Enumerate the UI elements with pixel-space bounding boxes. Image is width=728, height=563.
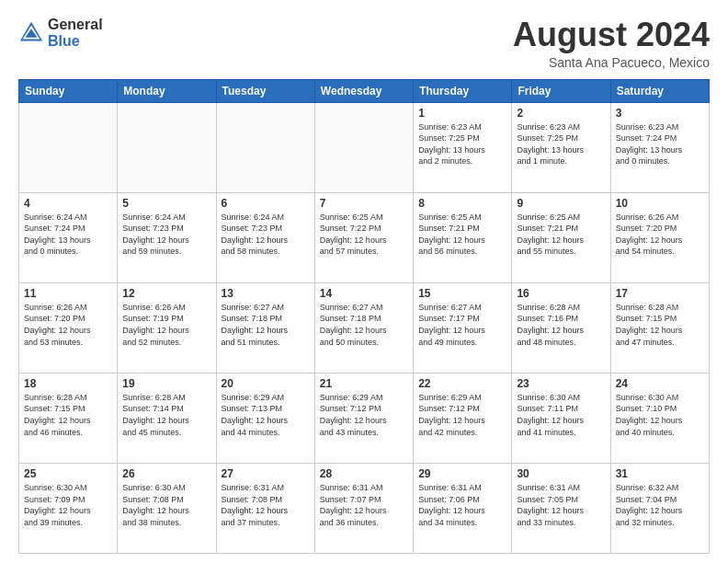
day-number: 20 bbox=[222, 377, 310, 390]
weekday-header-saturday: Saturday bbox=[610, 79, 709, 102]
calendar-cell: 14Sunrise: 6:27 AM Sunset: 7:18 PM Dayli… bbox=[314, 282, 413, 373]
calendar-cell: 18Sunrise: 6:28 AM Sunset: 7:15 PM Dayli… bbox=[19, 373, 118, 463]
day-info: Sunrise: 6:23 AM Sunset: 7:25 PM Dayligh… bbox=[418, 121, 506, 167]
logo-icon bbox=[18, 20, 44, 46]
day-info: Sunrise: 6:31 AM Sunset: 7:08 PM Dayligh… bbox=[222, 482, 310, 528]
day-info: Sunrise: 6:27 AM Sunset: 7:17 PM Dayligh… bbox=[418, 302, 506, 348]
calendar-cell: 26Sunrise: 6:30 AM Sunset: 7:08 PM Dayli… bbox=[118, 463, 216, 553]
day-number: 8 bbox=[418, 197, 506, 210]
day-info: Sunrise: 6:23 AM Sunset: 7:25 PM Dayligh… bbox=[517, 121, 605, 167]
day-info: Sunrise: 6:32 AM Sunset: 7:04 PM Dayligh… bbox=[616, 482, 704, 528]
calendar-cell: 25Sunrise: 6:30 AM Sunset: 7:09 PM Dayli… bbox=[19, 463, 118, 553]
day-number: 30 bbox=[517, 467, 605, 480]
day-number: 24 bbox=[616, 377, 704, 390]
calendar-cell: 17Sunrise: 6:28 AM Sunset: 7:15 PM Dayli… bbox=[610, 282, 709, 373]
day-number: 4 bbox=[24, 197, 112, 210]
day-info: Sunrise: 6:29 AM Sunset: 7:13 PM Dayligh… bbox=[222, 392, 310, 438]
calendar-cell: 3Sunrise: 6:23 AM Sunset: 7:24 PM Daylig… bbox=[610, 102, 709, 192]
calendar-cell: 11Sunrise: 6:26 AM Sunset: 7:20 PM Dayli… bbox=[19, 282, 118, 373]
day-number: 13 bbox=[222, 287, 310, 300]
day-number: 15 bbox=[418, 287, 506, 300]
calendar-cell: 21Sunrise: 6:29 AM Sunset: 7:12 PM Dayli… bbox=[314, 373, 413, 463]
day-number: 26 bbox=[122, 467, 210, 480]
calendar-cell: 29Sunrise: 6:31 AM Sunset: 7:06 PM Dayli… bbox=[414, 463, 512, 553]
day-number: 27 bbox=[222, 467, 310, 480]
logo-general-text: General bbox=[48, 17, 103, 33]
day-number: 3 bbox=[616, 107, 704, 120]
day-info: Sunrise: 6:28 AM Sunset: 7:16 PM Dayligh… bbox=[517, 302, 605, 348]
day-number: 14 bbox=[320, 287, 408, 300]
calendar-cell: 2Sunrise: 6:23 AM Sunset: 7:25 PM Daylig… bbox=[512, 102, 610, 192]
day-info: Sunrise: 6:28 AM Sunset: 7:15 PM Dayligh… bbox=[616, 302, 704, 348]
day-number: 7 bbox=[320, 197, 408, 210]
day-number: 18 bbox=[24, 377, 112, 390]
title-block: August 2024 Santa Ana Pacueco, Mexico bbox=[513, 17, 710, 70]
calendar-cell: 6Sunrise: 6:24 AM Sunset: 7:23 PM Daylig… bbox=[216, 192, 314, 282]
day-info: Sunrise: 6:28 AM Sunset: 7:14 PM Dayligh… bbox=[122, 392, 210, 438]
calendar-cell: 30Sunrise: 6:31 AM Sunset: 7:05 PM Dayli… bbox=[512, 463, 610, 553]
day-number: 25 bbox=[24, 467, 112, 480]
day-info: Sunrise: 6:25 AM Sunset: 7:22 PM Dayligh… bbox=[320, 212, 408, 258]
logo: General Blue bbox=[18, 17, 103, 49]
day-info: Sunrise: 6:28 AM Sunset: 7:15 PM Dayligh… bbox=[24, 392, 112, 438]
day-info: Sunrise: 6:31 AM Sunset: 7:05 PM Dayligh… bbox=[517, 482, 605, 528]
day-number: 16 bbox=[517, 287, 605, 300]
day-info: Sunrise: 6:27 AM Sunset: 7:18 PM Dayligh… bbox=[222, 302, 310, 348]
day-info: Sunrise: 6:30 AM Sunset: 7:10 PM Dayligh… bbox=[616, 392, 704, 438]
calendar-cell: 9Sunrise: 6:25 AM Sunset: 7:21 PM Daylig… bbox=[512, 192, 610, 282]
day-number: 2 bbox=[517, 107, 605, 120]
calendar-cell: 5Sunrise: 6:24 AM Sunset: 7:23 PM Daylig… bbox=[118, 192, 216, 282]
day-info: Sunrise: 6:24 AM Sunset: 7:23 PM Dayligh… bbox=[222, 212, 310, 258]
calendar-cell: 15Sunrise: 6:27 AM Sunset: 7:17 PM Dayli… bbox=[414, 282, 512, 373]
day-info: Sunrise: 6:29 AM Sunset: 7:12 PM Dayligh… bbox=[418, 392, 506, 438]
day-info: Sunrise: 6:26 AM Sunset: 7:20 PM Dayligh… bbox=[616, 212, 704, 258]
calendar-week-row: 18Sunrise: 6:28 AM Sunset: 7:15 PM Dayli… bbox=[19, 373, 710, 463]
day-info: Sunrise: 6:23 AM Sunset: 7:24 PM Dayligh… bbox=[616, 121, 704, 167]
weekday-header-friday: Friday bbox=[512, 79, 610, 102]
day-info: Sunrise: 6:25 AM Sunset: 7:21 PM Dayligh… bbox=[418, 212, 506, 258]
day-number: 19 bbox=[122, 377, 210, 390]
day-number: 22 bbox=[418, 377, 506, 390]
day-number: 28 bbox=[320, 467, 408, 480]
day-number: 17 bbox=[616, 287, 704, 300]
day-number: 31 bbox=[616, 467, 704, 480]
calendar-cell: 24Sunrise: 6:30 AM Sunset: 7:10 PM Dayli… bbox=[610, 373, 709, 463]
day-number: 11 bbox=[24, 287, 112, 300]
weekday-header-row: SundayMondayTuesdayWednesdayThursdayFrid… bbox=[19, 79, 710, 102]
day-info: Sunrise: 6:26 AM Sunset: 7:20 PM Dayligh… bbox=[24, 302, 112, 348]
day-info: Sunrise: 6:29 AM Sunset: 7:12 PM Dayligh… bbox=[320, 392, 408, 438]
calendar-cell: 8Sunrise: 6:25 AM Sunset: 7:21 PM Daylig… bbox=[414, 192, 512, 282]
day-number: 21 bbox=[320, 377, 408, 390]
calendar-cell: 4Sunrise: 6:24 AM Sunset: 7:24 PM Daylig… bbox=[19, 192, 118, 282]
day-info: Sunrise: 6:27 AM Sunset: 7:18 PM Dayligh… bbox=[320, 302, 408, 348]
calendar-cell: 10Sunrise: 6:26 AM Sunset: 7:20 PM Dayli… bbox=[610, 192, 709, 282]
day-number: 10 bbox=[616, 197, 704, 210]
calendar-cell: 22Sunrise: 6:29 AM Sunset: 7:12 PM Dayli… bbox=[414, 373, 512, 463]
calendar-cell: 7Sunrise: 6:25 AM Sunset: 7:22 PM Daylig… bbox=[314, 192, 413, 282]
calendar-cell bbox=[314, 102, 413, 192]
day-number: 12 bbox=[122, 287, 210, 300]
calendar-cell: 13Sunrise: 6:27 AM Sunset: 7:18 PM Dayli… bbox=[216, 282, 314, 373]
day-info: Sunrise: 6:25 AM Sunset: 7:21 PM Dayligh… bbox=[517, 212, 605, 258]
weekday-header-monday: Monday bbox=[118, 79, 216, 102]
calendar-week-row: 25Sunrise: 6:30 AM Sunset: 7:09 PM Dayli… bbox=[19, 463, 710, 553]
calendar-week-row: 4Sunrise: 6:24 AM Sunset: 7:24 PM Daylig… bbox=[19, 192, 710, 282]
page: General Blue August 2024 Santa Ana Pacue… bbox=[0, 0, 728, 563]
calendar-cell bbox=[19, 102, 118, 192]
calendar-cell: 23Sunrise: 6:30 AM Sunset: 7:11 PM Dayli… bbox=[512, 373, 610, 463]
day-info: Sunrise: 6:26 AM Sunset: 7:19 PM Dayligh… bbox=[122, 302, 210, 348]
calendar-week-row: 11Sunrise: 6:26 AM Sunset: 7:20 PM Dayli… bbox=[19, 282, 710, 373]
calendar-cell: 19Sunrise: 6:28 AM Sunset: 7:14 PM Dayli… bbox=[118, 373, 216, 463]
header: General Blue August 2024 Santa Ana Pacue… bbox=[18, 17, 710, 70]
day-number: 29 bbox=[418, 467, 506, 480]
calendar-cell: 31Sunrise: 6:32 AM Sunset: 7:04 PM Dayli… bbox=[610, 463, 709, 553]
month-title: August 2024 bbox=[513, 17, 710, 53]
day-info: Sunrise: 6:31 AM Sunset: 7:06 PM Dayligh… bbox=[418, 482, 506, 528]
day-number: 9 bbox=[517, 197, 605, 210]
day-info: Sunrise: 6:30 AM Sunset: 7:08 PM Dayligh… bbox=[122, 482, 210, 528]
calendar-cell: 16Sunrise: 6:28 AM Sunset: 7:16 PM Dayli… bbox=[512, 282, 610, 373]
weekday-header-tuesday: Tuesday bbox=[216, 79, 314, 102]
day-info: Sunrise: 6:24 AM Sunset: 7:23 PM Dayligh… bbox=[122, 212, 210, 258]
day-number: 23 bbox=[517, 377, 605, 390]
day-info: Sunrise: 6:31 AM Sunset: 7:07 PM Dayligh… bbox=[320, 482, 408, 528]
